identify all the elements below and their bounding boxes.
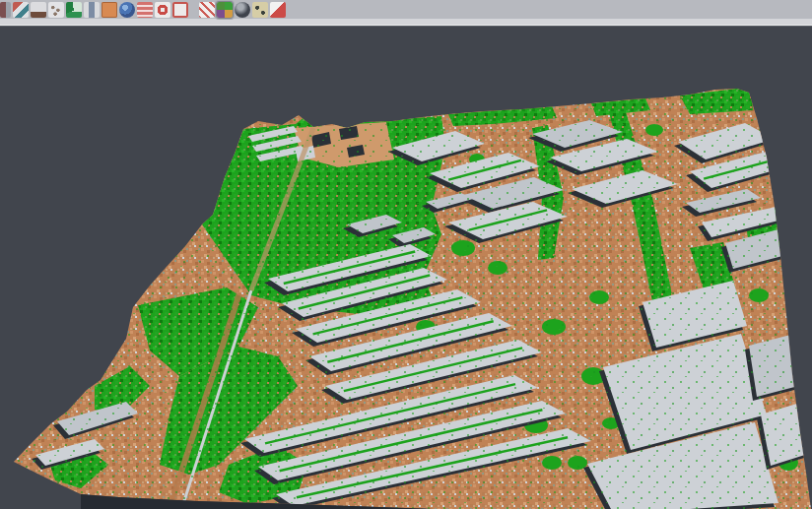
document-icon[interactable] (0, 2, 11, 18)
application-window (0, 0, 812, 509)
ortho-image-icon[interactable] (102, 2, 117, 18)
terrain-hillshade-icon[interactable] (31, 2, 46, 18)
zoom-target-icon[interactable] (155, 2, 170, 18)
elevation-layers-icon[interactable] (137, 2, 153, 18)
toolbar-separator (189, 0, 198, 16)
toolbar (0, 0, 812, 27)
shaded-sphere-icon[interactable] (235, 2, 250, 18)
flag-icon[interactable] (270, 2, 286, 18)
pan-arrows-icon[interactable] (13, 2, 29, 18)
viewport-3d[interactable] (0, 27, 812, 509)
full-extent-icon[interactable] (172, 2, 188, 18)
globe-3d-view-icon[interactable] (119, 2, 135, 18)
clip-region-icon[interactable] (199, 2, 215, 18)
point-cloud-icon[interactable] (48, 2, 64, 18)
measure-markers-icon[interactable] (252, 2, 268, 18)
classification-colors-icon[interactable] (217, 2, 233, 18)
profile-view-icon[interactable] (84, 2, 100, 18)
viewport-canvas[interactable] (0, 27, 812, 509)
terrain-color-icon[interactable] (66, 2, 82, 18)
